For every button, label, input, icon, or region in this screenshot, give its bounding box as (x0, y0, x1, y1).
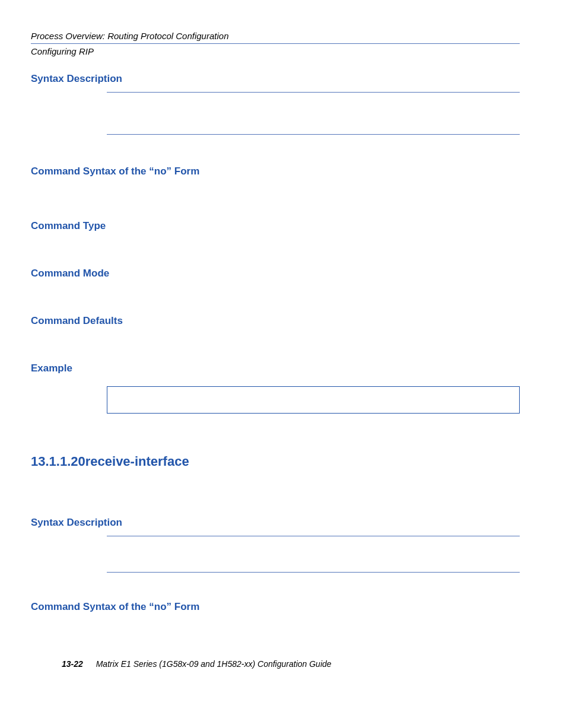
footer-document-title: Matrix E1 Series (1G58x-09 and 1H582-xx)… (96, 659, 332, 669)
page-footer: 13-22 Matrix E1 Series (1G58x-09 and 1H5… (62, 659, 332, 669)
heading-command-defaults: Command Defaults (31, 315, 520, 327)
heading-receive-interface: 13.1.1.20receive-interface (31, 454, 520, 469)
syntax-description-table-2 (107, 536, 520, 573)
page-header-title: Process Overview: Routing Protocol Confi… (31, 31, 520, 41)
heading-no-form-2: Command Syntax of the “no” Form (31, 601, 520, 613)
heading-syntax-description-2: Syntax Description (31, 517, 520, 529)
footer-page-number: 13-22 (62, 659, 83, 669)
example-code-box (107, 386, 520, 414)
page-header-subtitle: Configuring RIP (31, 46, 520, 56)
heading-syntax-description-1: Syntax Description (31, 73, 520, 85)
heading-command-type: Command Type (31, 220, 520, 232)
table-body-empty-2 (107, 536, 520, 572)
table-body-empty (107, 93, 520, 134)
syntax-description-table-1 (107, 92, 520, 135)
header-divider (31, 43, 520, 44)
heading-command-mode: Command Mode (31, 268, 520, 279)
heading-no-form-1: Command Syntax of the “no” Form (31, 166, 520, 177)
heading-example: Example (31, 363, 520, 374)
